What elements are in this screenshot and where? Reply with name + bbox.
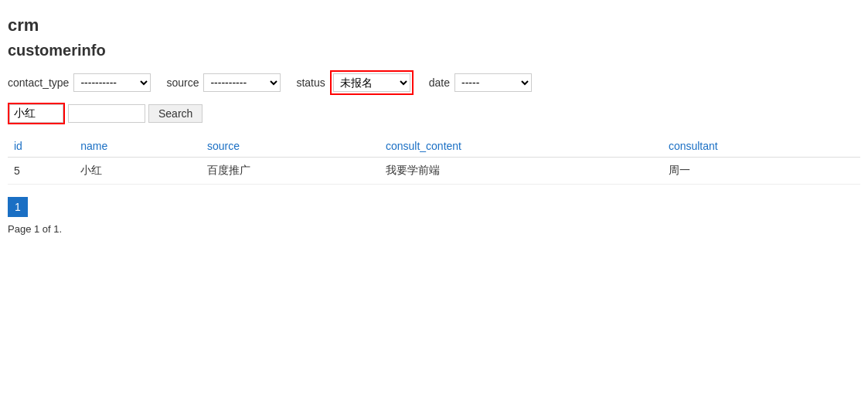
name-input[interactable] [9, 104, 63, 123]
date-select[interactable]: ----- [454, 73, 532, 92]
col-consult-content: consult_content [380, 135, 662, 158]
source-label: source [166, 76, 199, 89]
filter-row: contact_type ---------- source ---------… [8, 70, 860, 95]
cell-consultant: 周一 [662, 158, 860, 185]
page-title: customerinfo [8, 42, 860, 59]
status-select-wrapper: 未报名已报名 [330, 70, 414, 95]
name-input-wrapper [8, 103, 65, 124]
cell-consult_content: 我要学前端 [380, 158, 662, 185]
page-1-button[interactable]: 1 [8, 197, 28, 217]
app-title: crm [8, 15, 860, 36]
phone-input[interactable] [68, 104, 145, 123]
table-header-row: id name source consult_content consultan… [8, 135, 860, 158]
contact-type-label: contact_type [8, 76, 69, 89]
contact-type-select[interactable]: ---------- [73, 73, 151, 92]
search-row: Search [8, 103, 860, 124]
date-filter: date ----- [429, 73, 532, 92]
date-label: date [429, 76, 450, 89]
page-info: Page 1 of 1. [8, 223, 860, 235]
col-source: source [201, 135, 380, 158]
status-label: status [296, 76, 325, 89]
source-filter: source ---------- [166, 73, 281, 92]
col-consultant: consultant [662, 135, 860, 158]
status-select[interactable]: 未报名已报名 [333, 73, 410, 92]
contact-type-filter: contact_type ---------- [8, 73, 151, 92]
table-row: 5小红百度推广我要学前端周一 [8, 158, 860, 185]
col-id: id [8, 135, 74, 158]
cell-source: 百度推广 [201, 158, 380, 185]
cell-name: 小红 [74, 158, 201, 185]
col-name: name [74, 135, 201, 158]
cell-id: 5 [8, 158, 74, 185]
customer-table: id name source consult_content consultan… [8, 135, 860, 185]
search-button[interactable]: Search [148, 104, 203, 123]
pagination: 1 [8, 197, 860, 217]
status-filter: status 未报名已报名 [296, 70, 413, 95]
source-select[interactable]: ---------- [203, 73, 281, 92]
